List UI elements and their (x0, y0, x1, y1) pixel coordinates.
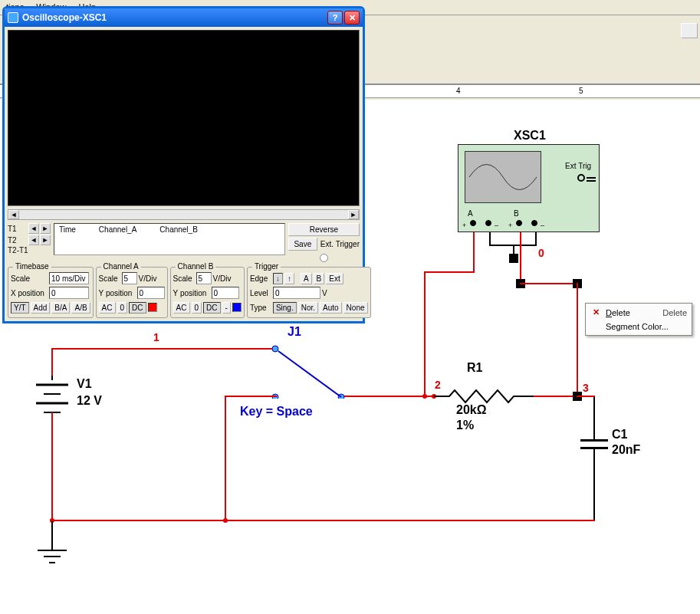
c1-value: 20nF (612, 443, 640, 457)
trg-level-input[interactable] (273, 287, 320, 299)
svg-line-3 (278, 351, 341, 397)
close-button[interactable]: ✕ (344, 11, 360, 25)
trg-auto[interactable]: Auto (320, 302, 342, 314)
cha-scale-unit: V/Div (139, 274, 157, 283)
port-a-minus[interactable] (485, 220, 491, 226)
ctx-segment-color[interactable]: Segment Color... (587, 320, 690, 333)
wire-c1-top[interactable] (593, 396, 595, 439)
ext-trig-label: Ext Trig (565, 162, 591, 170)
tb-mode-add[interactable]: Add (31, 302, 51, 314)
reverse-button[interactable]: Reverse (288, 223, 360, 236)
wire-r1-to-3[interactable] (534, 396, 578, 397)
cha-scale-input[interactable] (122, 272, 137, 284)
tb-xpos-input[interactable] (49, 287, 89, 299)
tb-scale-input[interactable] (49, 272, 89, 284)
trg-src-b[interactable]: B (314, 273, 325, 284)
wire-v1-down[interactable] (51, 412, 53, 521)
wire-a-plus-v[interactable] (473, 232, 475, 273)
resistor-r1[interactable] (434, 389, 534, 405)
side-tool-button[interactable] (681, 23, 698, 38)
trigger-group: Trigger Edge ↓ ↑ A B Ext Level V Type Si… (247, 267, 371, 318)
r1-value: 20kΩ (456, 403, 487, 417)
scope-display[interactable] (8, 30, 360, 206)
trg-edge-rise[interactable]: ↓ (273, 273, 283, 284)
col-cha: Channel_A (99, 225, 136, 253)
wire-sw-low-h[interactable] (225, 396, 277, 397)
cha-dc[interactable]: DC (129, 302, 146, 314)
chb-dc[interactable]: DC (203, 302, 220, 314)
port-b-minus[interactable] (531, 220, 537, 226)
scroll-left-icon[interactable]: ◄ (8, 210, 19, 219)
wire-minus-stub[interactable] (513, 245, 514, 259)
cha-ac[interactable]: AC (99, 302, 116, 314)
wire-bottom-rail[interactable] (51, 520, 595, 521)
chb-0[interactable]: 0 (192, 302, 202, 314)
wire-3-to-c1[interactable] (577, 396, 595, 397)
port-a-plus[interactable] (470, 220, 476, 226)
switch-j1[interactable] (265, 337, 357, 399)
ext-trigger-label: Ext. Trigger (320, 238, 360, 251)
chb-ac[interactable]: AC (173, 302, 190, 314)
chb-ypos-input[interactable] (212, 287, 239, 299)
wire-a-to-node2[interactable] (424, 271, 426, 396)
ctx-delete-label: Delete (606, 308, 630, 317)
tb-scale-label: Scale (11, 274, 48, 283)
cha-ypos-label: Y position (99, 289, 136, 297)
save-button[interactable]: Save (288, 238, 317, 251)
chb-color[interactable] (232, 303, 242, 312)
trg-sing[interactable]: Sing. (273, 302, 297, 314)
t2-right[interactable]: ► (40, 235, 51, 245)
cha-color[interactable] (148, 303, 157, 312)
c1-label: C1 (612, 428, 627, 442)
timebase-legend: Timebase (13, 262, 51, 271)
trg-src-ext[interactable]: Ext (326, 273, 343, 284)
t2-left[interactable]: ◄ (28, 235, 39, 245)
chb-scale-input[interactable] (196, 272, 212, 284)
ctx-delete[interactable]: ✕ Delete Delete (587, 305, 690, 320)
wire-b-h[interactable] (520, 283, 577, 284)
wire-sw-to-2[interactable] (344, 396, 434, 397)
dc-source-v1[interactable] (28, 376, 76, 414)
tb-mode-yt[interactable]: Y/T (11, 302, 29, 314)
wire-b-to-3[interactable] (577, 283, 578, 397)
tb-mode-ba[interactable]: B/A (51, 302, 70, 314)
trg-none[interactable]: None (343, 302, 368, 314)
cha-ypos-input[interactable] (137, 287, 165, 299)
scroll-right-icon[interactable]: ► (348, 210, 359, 219)
trg-src-a[interactable]: A (301, 273, 312, 284)
scope-scrollbar[interactable]: ◄ ► (8, 209, 360, 220)
wire-v1-up[interactable] (51, 348, 53, 379)
trg-level-label: Level (250, 289, 271, 297)
chb-ypos-label: Y position (173, 289, 210, 297)
window-title: Oscilloscope-XSC1 (22, 12, 107, 23)
wire-c1-bot[interactable] (593, 449, 595, 521)
trg-edge-fall[interactable]: ↑ (284, 273, 294, 284)
wire-top-left[interactable] (51, 348, 275, 350)
t1-right[interactable]: ► (40, 223, 51, 234)
v1-value: 12 V (77, 394, 102, 408)
t1-label: T1 (8, 225, 28, 233)
oscilloscope-instrument[interactable]: Ext Trig A B + – + – (458, 144, 600, 232)
oscilloscope-window[interactable]: Oscilloscope-XSC1 ? ✕ ◄ ► T1 ◄ ► T2 ◄ ► … (2, 6, 365, 323)
timebase-group: Timebase Scale X position Y/T Add B/A A/… (8, 267, 94, 318)
help-button[interactable]: ? (327, 11, 343, 25)
v1-label: V1 (77, 377, 92, 391)
tb-mode-ab[interactable]: A/B (71, 302, 90, 314)
cha-0[interactable]: 0 (117, 302, 128, 314)
titlebar[interactable]: Oscilloscope-XSC1 ? ✕ (5, 8, 363, 27)
wire-b-plus-v[interactable] (520, 232, 521, 283)
t1-left[interactable]: ◄ (28, 223, 39, 234)
chb-legend: Channel B (176, 262, 216, 271)
wire-v1-top-stub[interactable] (51, 376, 53, 380)
wire-a-plus-h[interactable] (424, 271, 475, 273)
wire-sw-low-v[interactable] (225, 396, 226, 521)
ext-trigger-radio[interactable] (320, 254, 328, 262)
context-menu[interactable]: ✕ Delete Delete Segment Color... (585, 303, 692, 336)
cha-scale-label: Scale (99, 274, 120, 283)
chb-minus[interactable]: - (222, 302, 231, 314)
trg-nor[interactable]: Nor. (298, 302, 318, 314)
ext-trig-port-icon (577, 174, 585, 182)
ground-icon (36, 549, 68, 566)
port-b-plus[interactable] (516, 220, 522, 226)
wire-gnd-down[interactable] (51, 521, 53, 550)
